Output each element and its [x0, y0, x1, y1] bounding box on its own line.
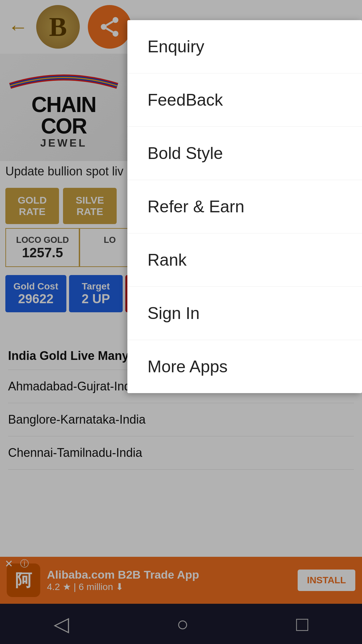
menu-item-bold-style[interactable]: Bold Style	[127, 127, 362, 180]
menu-item-refer-earn[interactable]: Refer & Earn	[127, 180, 362, 233]
menu-item-rank[interactable]: Rank	[127, 233, 362, 287]
menu-item-more-apps[interactable]: More Apps	[127, 340, 362, 393]
dropdown-menu: Enquiry FeedBack Bold Style Refer & Earn…	[127, 20, 362, 393]
menu-item-sign-in[interactable]: Sign In	[127, 287, 362, 340]
menu-item-feedback[interactable]: FeedBack	[127, 73, 362, 127]
menu-item-enquiry[interactable]: Enquiry	[127, 20, 362, 73]
